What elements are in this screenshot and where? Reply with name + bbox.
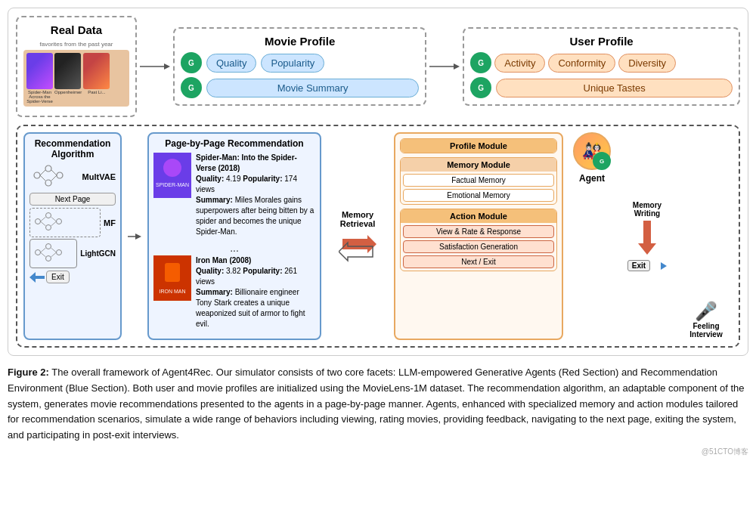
svg-text:IRON MAN: IRON MAN (160, 289, 186, 294)
next-page-btn[interactable]: Next Page (29, 193, 116, 206)
multivae-label: MultVAE (82, 172, 116, 181)
llm-icon-user-2: G (470, 77, 491, 98)
bottom-row: RecommendationAlgorithm MultVAE (16, 125, 740, 348)
pill-quality: Quality (206, 54, 256, 73)
llm-icon-movie-2: G (181, 77, 202, 98)
movie-profile-title: Movie Profile (181, 35, 419, 48)
svg-point-23 (57, 250, 62, 255)
arrow-algo-page-icon (128, 229, 141, 244)
satisfaction-generation-item[interactable]: Satisfaction Generation (403, 240, 554, 253)
svg-line-10 (51, 170, 57, 175)
mic-icon: 🎤 (695, 301, 717, 322)
multivae-row: MultVAE (29, 162, 116, 191)
memory-module-items: Factual Memory Emotional Memory (401, 172, 556, 204)
svg-line-17 (41, 221, 46, 226)
svg-line-18 (51, 217, 57, 221)
movie-summary-1: Summary: Miles Morales gains superpowers… (196, 195, 315, 237)
figure-label: Figure 2: (8, 367, 49, 378)
agent-llm-icon: G (593, 152, 611, 170)
exit-right-arrow-icon (652, 261, 667, 271)
movie-profile-pills-row: G Quality Popularity (181, 52, 419, 73)
memory-retrieval-arrows (339, 233, 376, 263)
factual-memory-item: Factual Memory (403, 174, 554, 187)
action-module-items: View & Rate & Response Satisfaction Gene… (401, 223, 556, 271)
user-profile-pills-row: G Activity Conformity Diversity (470, 52, 733, 73)
svg-marker-28 (29, 272, 45, 283)
top-row: Real Data favorites from the past year S… (16, 16, 740, 117)
agent-avatar-wrapper: 🎎 G (573, 132, 611, 170)
movie-thumbnails: Spider-ManAcross theSpider-Verse Oppenhe… (23, 50, 129, 107)
rec-algo-title: RecommendationAlgorithm (29, 138, 116, 159)
exit-right-row: Exit (627, 260, 667, 271)
thumb-label-2: Oppenheimer (54, 90, 82, 94)
exit-left-btn[interactable]: Exit (46, 271, 70, 283)
lightgcn-row: LightGCN (29, 239, 116, 268)
svg-point-13 (46, 213, 51, 218)
feeling-interview-label: Feeling Interview (680, 322, 733, 339)
svg-marker-30 (135, 234, 141, 240)
svg-point-7 (57, 172, 63, 178)
arrow-2 (426, 59, 463, 74)
memory-module-header: Memory Module (401, 158, 556, 172)
mf-label: MF (104, 218, 116, 227)
page-rec-title: Page-by-Page Recommendation (153, 138, 315, 149)
pill-popularity: Popularity (261, 54, 324, 73)
memory-retrieval-label: Memory Retrieval (340, 210, 375, 228)
modules-box: Profile Module Memory Module Factual Mem… (394, 132, 563, 340)
movie-info-2: Iron Man (2008) Quality: 3.82 Popularity… (196, 255, 315, 329)
next-exit-item[interactable]: Next / Exit (403, 255, 554, 268)
svg-point-21 (46, 244, 51, 249)
svg-marker-40 (652, 262, 667, 270)
thumb-label-3: Past Li... (83, 90, 110, 94)
svg-line-19 (51, 221, 57, 226)
llm-icon-movie: G (181, 52, 202, 73)
multivae-network-icon (29, 162, 67, 189)
emotional-memory-item: Emotional Memory (403, 189, 554, 202)
pill-diversity: Diversity (618, 54, 676, 73)
exit-left-arrow-icon (29, 272, 45, 283)
watermark: @51CTO博客 (8, 447, 748, 457)
poster-ironman-small: IRON MAN (153, 255, 191, 301)
memory-writing-arrows (632, 221, 662, 258)
llm-icon-user: G (470, 52, 491, 73)
svg-line-25 (41, 252, 46, 257)
svg-line-9 (40, 175, 45, 181)
pill-unique-tastes: Unique Tastes (496, 79, 733, 97)
exit-left-row: Exit (29, 271, 116, 283)
thumb-2: Oppenheimer (54, 53, 82, 104)
user-unique-tastes-row: G Unique Tastes (470, 77, 733, 98)
view-rate-response-item[interactable]: View & Rate & Response (403, 225, 554, 238)
movie-title-1: Spider-Man: Into the Spider-Verse (2018) (196, 153, 315, 174)
profile-module-section: Profile Module (400, 138, 557, 153)
svg-point-15 (57, 219, 62, 224)
pill-movie-summary: Movie Summary (206, 79, 419, 97)
svg-point-5 (45, 165, 51, 172)
svg-point-6 (45, 180, 51, 186)
pill-activity: Activity (494, 54, 545, 73)
svg-line-26 (51, 248, 57, 252)
user-profile-title: User Profile (470, 35, 733, 48)
svg-marker-1 (164, 63, 170, 70)
svg-point-20 (36, 250, 41, 255)
movie-entry-2: IRON MAN Iron Man (2008) Quality: 3.82 P… (153, 255, 315, 329)
poster-spiderman (26, 53, 53, 89)
memory-module-section: Memory Module Factual Memory Emotional M… (400, 157, 557, 205)
caption-text: The overall framework of Agent4Rec. Our … (8, 367, 745, 441)
action-module-section: Action Module View & Rate & Response Sat… (400, 209, 557, 271)
lightgcn-label: LightGCN (80, 249, 116, 258)
svg-marker-39 (638, 221, 656, 255)
poster-spiderman-small: SPIDER-MAN (153, 153, 191, 198)
movie-summary-2: Summary: Billionaire engineer Tony Stark… (196, 287, 315, 329)
agent-label: Agent (579, 173, 605, 184)
movie-entry-1: SPIDER-MAN Spider-Man: Into the Spider-V… (153, 153, 315, 237)
thumb-label-1: Spider-ManAcross theSpider-Verse (26, 90, 53, 104)
exit-right-btn[interactable]: Exit (627, 260, 650, 271)
page-rec-box: Page-by-Page Recommendation SPIDER-MAN S… (147, 132, 321, 340)
thumb-1: Spider-ManAcross theSpider-Verse (26, 53, 53, 104)
movie-title-2: Iron Man (2008) (196, 255, 315, 266)
movie-info-1: Spider-Man: Into the Spider-Verse (2018)… (196, 153, 315, 237)
agent-area: 🎎 G Agent (569, 132, 615, 340)
svg-line-27 (51, 252, 57, 257)
svg-point-22 (46, 256, 51, 261)
action-module-header: Action Module (401, 209, 556, 223)
